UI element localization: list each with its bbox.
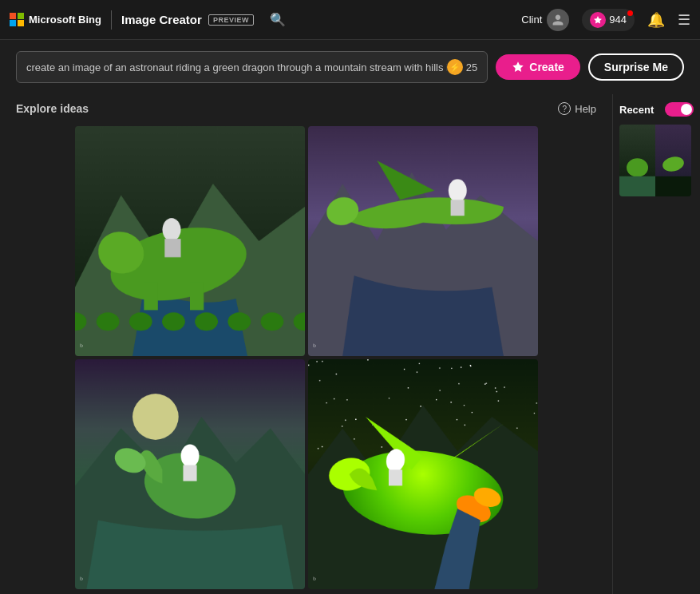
image-cell-3[interactable]: ᵇ <box>75 359 305 589</box>
image-grid: ᵇ ᵇ ᵇ ᵇ <box>75 126 538 589</box>
microsoft-bing-logo[interactable]: Microsoft Bing <box>10 13 101 27</box>
image-label-3: ᵇ <box>80 576 83 584</box>
bell-icon[interactable]: 🔔 <box>647 11 665 29</box>
header: Microsoft Bing Image Creator PREVIEW 🔍 C… <box>0 0 700 40</box>
app-name-label: Image Creator <box>121 13 202 26</box>
boost-badge[interactable]: ⚡ 25 <box>447 59 477 75</box>
explore-ideas-title: Explore ideas <box>16 102 89 115</box>
surprise-label: Surprise Me <box>604 61 668 73</box>
header-divider <box>111 10 112 30</box>
recent-thumbnail[interactable] <box>619 125 691 196</box>
image-cell-2[interactable]: ᵇ <box>308 126 538 356</box>
help-label: Help <box>575 103 596 115</box>
search-input[interactable] <box>26 61 447 73</box>
help-link[interactable]: ? Help <box>558 102 596 115</box>
preview-badge: PREVIEW <box>208 14 254 26</box>
right-panel: Recent <box>612 94 700 594</box>
create-button[interactable]: Create <box>496 54 580 80</box>
reward-badge[interactable]: 944 <box>582 9 635 31</box>
left-panel: Explore ideas ? Help ᵇ ᵇ ᵇ <box>0 94 612 594</box>
search-icon[interactable]: 🔍 <box>270 12 286 27</box>
explore-header: Explore ideas ? Help <box>16 102 596 115</box>
toggle-knob <box>681 104 692 115</box>
reward-count: 944 <box>609 14 627 26</box>
reward-notification-dot <box>627 10 633 16</box>
recent-label: Recent <box>619 104 654 116</box>
search-bar: ⚡ 25 <box>16 51 488 83</box>
user-info[interactable]: Clint <box>521 9 569 31</box>
user-name: Clint <box>521 14 542 26</box>
image-cell-1[interactable]: ᵇ <box>75 126 305 356</box>
image-label-1: ᵇ <box>80 343 83 351</box>
avatar <box>547 9 569 31</box>
image-label-2: ᵇ <box>313 343 316 351</box>
reward-icon <box>590 12 606 28</box>
create-label: Create <box>529 61 564 73</box>
image-cell-4[interactable]: ᵇ <box>308 359 538 589</box>
recent-toggle[interactable] <box>665 102 694 117</box>
app-name: Image Creator PREVIEW <box>121 13 254 26</box>
main-content: Explore ideas ? Help ᵇ ᵇ ᵇ <box>0 94 700 594</box>
header-right: Clint 944 🔔 ☰ <box>521 9 690 31</box>
surprise-me-button[interactable]: Surprise Me <box>588 53 684 81</box>
recent-header: Recent <box>619 102 694 117</box>
bing-label: Microsoft Bing <box>29 14 101 26</box>
help-circle-icon: ? <box>558 102 571 115</box>
image-label-4: ᵇ <box>313 576 316 584</box>
hamburger-menu-icon[interactable]: ☰ <box>678 11 690 29</box>
search-bar-container: ⚡ 25 Create Surprise Me <box>0 40 700 94</box>
ms-logo-icon <box>10 13 24 27</box>
boost-count: 25 <box>466 61 477 73</box>
boost-icon: ⚡ <box>447 59 463 75</box>
